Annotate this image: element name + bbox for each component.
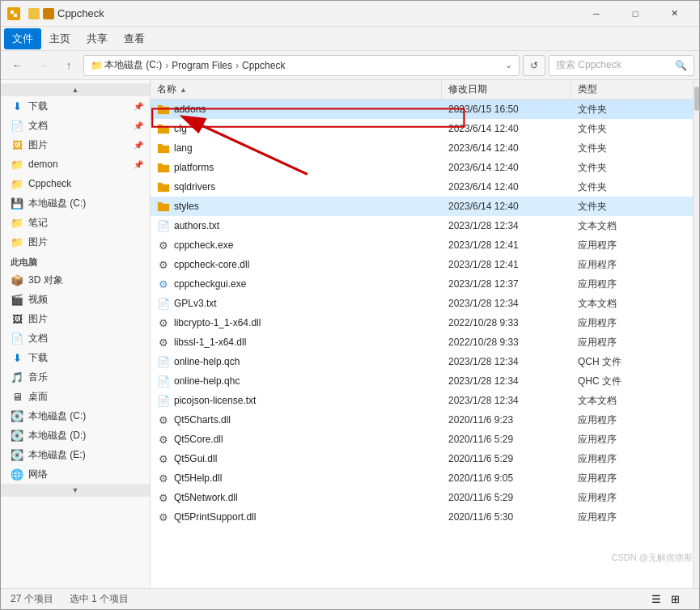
file-name-cell: ⚙cppcheckgui.exe xyxy=(151,277,442,290)
file-row[interactable]: ⚙Qt5Core.dll2020/11/6 5:29应用程序 xyxy=(151,430,693,449)
menu-file[interactable]: 文件 xyxy=(4,28,41,49)
sidebar-item-pics2[interactable]: 📁 图片 xyxy=(1,232,150,252)
desktop-icon: 🖥 xyxy=(11,390,23,403)
column-type-header[interactable]: 类型 xyxy=(571,80,693,99)
pics2-icon: 📁 xyxy=(11,235,23,248)
sidebar-item-video[interactable]: 🎬 视频 xyxy=(1,290,150,309)
sidebar-scroll-up[interactable]: ▲ xyxy=(1,83,150,96)
file-row[interactable]: ⚙libssl-1_1-x64.dll2022/10/28 9:33应用程序 xyxy=(151,333,693,352)
sidebar-item-docs[interactable]: 📄 文档 📌 xyxy=(1,116,150,135)
forward-button[interactable]: → xyxy=(32,55,54,76)
sidebar-item-cppcheck[interactable]: 📁 Cppcheck xyxy=(1,174,150,193)
file-name-cell: platforms xyxy=(151,161,442,174)
file-row[interactable]: 📄picojson-license.txt2023/1/28 12:34文本文档 xyxy=(151,391,693,410)
file-row[interactable]: styles2023/6/14 12:40文件夹 xyxy=(151,197,693,216)
file-row[interactable]: ⚙Qt5Gui.dll2020/11/6 5:29应用程序 xyxy=(151,449,693,468)
pics-icon: 🖼 xyxy=(11,138,23,151)
column-date-header[interactable]: 修改日期 xyxy=(442,80,571,99)
search-box[interactable]: 搜索 Cppcheck 🔍 xyxy=(549,55,694,76)
file-name-text: Qt5Core.dll xyxy=(174,434,223,445)
file-row[interactable]: lang2023/6/14 12:40文件夹 xyxy=(151,138,693,158)
file-name-cell: 📄online-help.qch xyxy=(151,355,442,368)
file-type-cell: 应用程序 xyxy=(571,433,693,447)
sidebar-section-pc: 此电脑 xyxy=(1,252,150,270)
view-grid-button[interactable]: ⊞ xyxy=(668,591,683,607)
address-dropdown-icon[interactable]: ⌄ xyxy=(505,60,512,70)
sidebar-label-local-c: 本地磁盘 (C:) xyxy=(28,197,143,210)
file-date-cell: 2023/1/28 12:34 xyxy=(442,356,571,367)
sidebar-item-drive-d[interactable]: 💽 本地磁盘 (D:) xyxy=(1,426,150,445)
up-button[interactable]: ↑ xyxy=(57,55,80,76)
sidebar-item-3d[interactable]: 📦 3D 对象 xyxy=(1,270,150,290)
sidebar-item-desktop[interactable]: 🖥 桌面 xyxy=(1,387,150,406)
file-date-cell: 2020/11/6 9:23 xyxy=(442,414,571,426)
file-row[interactable]: ⚙libcrypto-1_1-x64.dll2022/10/28 9:33应用程… xyxy=(151,313,693,333)
sidebar-item-music[interactable]: 🎵 音乐 xyxy=(1,367,150,387)
file-row[interactable]: 📄GPLv3.txt2023/1/28 12:34文本文档 xyxy=(151,294,693,313)
file-name-cell: ⚙Qt5Gui.dll xyxy=(151,452,442,465)
file-row[interactable]: platforms2023/6/14 12:40文件夹 xyxy=(151,158,693,177)
close-button[interactable]: ✕ xyxy=(655,1,693,27)
title-bar-icons xyxy=(7,7,54,20)
sidebar-item-notes[interactable]: 📁 笔记 xyxy=(1,213,150,232)
download-icon: ⬇ xyxy=(11,100,23,112)
sidebar-item-download2[interactable]: ⬇ 下载 xyxy=(1,348,150,367)
file-row[interactable]: cfg2023/6/14 12:40文件夹 xyxy=(151,119,693,138)
sidebar-item-download[interactable]: ⬇ 下载 📌 xyxy=(1,96,150,116)
sidebar-scroll-down[interactable]: ▼ xyxy=(1,484,150,497)
scroll-thumb xyxy=(694,87,699,111)
file-type-cell: 文件夹 xyxy=(571,161,693,175)
file-row[interactable]: 📄online-help.qch2023/1/28 12:34QCH 文件 xyxy=(151,352,693,371)
title-bar: Cppcheck ─ □ ✕ xyxy=(1,1,699,27)
file-row[interactable]: addons2023/6/15 16:50文件夹 xyxy=(151,100,693,119)
file-icon: 📄 xyxy=(157,394,170,407)
pics3-icon: 🖼 xyxy=(11,312,23,325)
search-placeholder: 搜索 Cppcheck xyxy=(556,58,622,72)
minimize-button[interactable]: ─ xyxy=(578,1,615,27)
menu-home[interactable]: 主页 xyxy=(41,28,78,49)
sidebar-item-network[interactable]: 🌐 网络 xyxy=(1,464,150,484)
back-button[interactable]: ← xyxy=(6,55,28,76)
sidebar-item-pics[interactable]: 🖼 图片 📌 xyxy=(1,135,150,155)
file-row[interactable]: ⚙cppcheck-core.dll2023/1/28 12:41应用程序 xyxy=(151,255,693,274)
file-row[interactable]: ⚙cppcheck.exe2023/1/28 12:41应用程序 xyxy=(151,235,693,255)
file-name-text: libssl-1_1-x64.dll xyxy=(174,337,246,348)
vertical-scrollbar[interactable] xyxy=(693,80,699,588)
file-icon: 📄 xyxy=(157,355,170,368)
file-row[interactable]: ⚙cppcheckgui.exe2023/1/28 12:37应用程序 xyxy=(151,274,693,294)
file-row[interactable]: ⚙Qt5Help.dll2020/11/6 9:05应用程序 xyxy=(151,468,693,488)
sidebar-item-demon[interactable]: 📁 demon 📌 xyxy=(1,155,150,174)
file-icon: 📄 xyxy=(157,219,170,232)
sidebar-item-docs2[interactable]: 📄 文档 xyxy=(1,328,150,348)
file-name-text: Qt5Charts.dll xyxy=(174,414,231,426)
file-date-cell: 2020/11/6 5:29 xyxy=(442,453,571,464)
status-bar: 27 个项目 选中 1 个项目 ☰ ⊞ xyxy=(1,588,699,609)
file-name-cell: ⚙Qt5Help.dll xyxy=(151,472,442,485)
file-type-cell: 文件夹 xyxy=(571,122,693,136)
file-row[interactable]: 📄online-help.qhc2023/1/28 12:34QHC 文件 xyxy=(151,371,693,391)
file-row[interactable]: ⚙Qt5Network.dll2020/11/6 5:29应用程序 xyxy=(151,488,693,507)
column-name-header[interactable]: 名称 ▲ xyxy=(151,80,442,99)
file-name-cell: sqldrivers xyxy=(151,180,442,193)
file-name-cell: cfg xyxy=(151,122,442,135)
sidebar-item-drive-e[interactable]: 💽 本地磁盘 (E:) xyxy=(1,445,150,464)
file-name-cell: ⚙libssl-1_1-x64.dll xyxy=(151,336,442,349)
sidebar-item-local-c[interactable]: 💾 本地磁盘 (C:) xyxy=(1,193,150,213)
sidebar-item-pics3[interactable]: 🖼 图片 xyxy=(1,309,150,328)
file-row[interactable]: ⚙Qt5Charts.dll2020/11/6 9:23应用程序 xyxy=(151,410,693,430)
file-row[interactable]: sqldrivers2023/6/14 12:40文件夹 xyxy=(151,177,693,197)
content-wrapper: 名称 ▲ 修改日期 类型 addons2023/6/15 16:50文件夹cfg… xyxy=(151,80,699,588)
maximize-button[interactable]: □ xyxy=(617,1,654,27)
file-row[interactable]: 📄authors.txt2023/1/28 12:34文本文档 xyxy=(151,216,693,235)
file-row[interactable]: ⚙Qt5PrintSupport.dll2020/11/6 5:30应用程序 xyxy=(151,507,693,527)
file-date-cell: 2023/1/28 12:34 xyxy=(442,298,571,309)
address-input[interactable]: 📁 本地磁盘 (C:) › Program Files › Cppcheck ⌄ xyxy=(83,55,520,76)
download2-icon: ⬇ xyxy=(11,351,23,364)
sidebar-item-drive-c[interactable]: 💽 本地磁盘 (C:) xyxy=(1,406,150,426)
menu-view[interactable]: 查看 xyxy=(116,28,153,49)
main-area: ▲ ⬇ 下载 📌 📄 文档 📌 🖼 图片 📌 📁 demon 📌 xyxy=(1,80,699,588)
search-icon[interactable]: 🔍 xyxy=(675,60,687,71)
view-list-button[interactable]: ☰ xyxy=(648,591,664,607)
refresh-button[interactable]: ↺ xyxy=(523,55,545,76)
menu-share[interactable]: 共享 xyxy=(78,28,116,49)
